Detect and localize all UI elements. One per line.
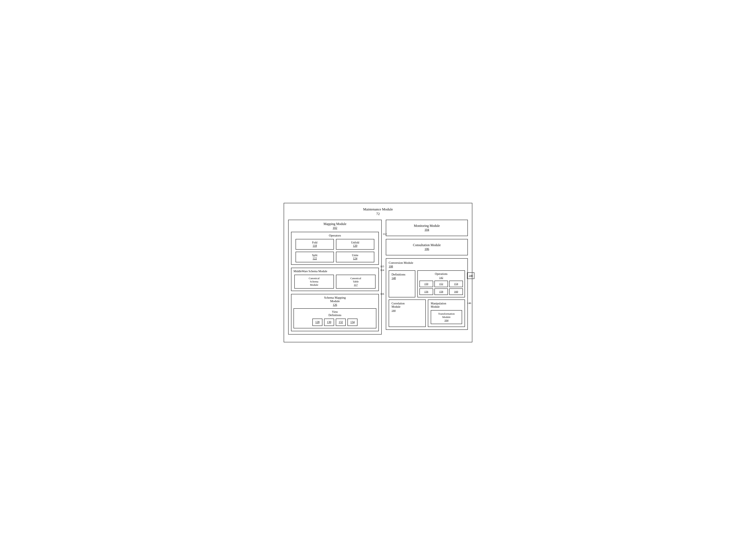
operators-label: Operators [293,234,376,237]
unfold-number: 120 [338,244,373,248]
conversion-inner: Definitions 140 Operations 142 150 [389,270,465,297]
callout-112: 112 [383,232,387,236]
mapping-module-label: Mapping Module [291,222,379,226]
schema-item-132: 132 [336,319,346,326]
ops-item-154: 154 [449,281,463,287]
schema-inner: ViewDefinitions 128 130 132 134 [293,308,376,328]
consultation-module-number: 106 [425,247,429,251]
transformation-module-box: TransformationModule 164 [431,310,462,324]
ops-item-150: 150 [419,281,433,287]
operations-number: 142 [419,276,463,279]
canonical-schema-label: CanonicalSchemaModule [296,277,332,287]
transformation-label: TransformationModule [433,312,460,319]
canonical-table-module: CanonicalTable 117 [336,275,376,289]
view-definitions-label: ViewDefinitions [296,310,374,317]
monitoring-module-box: Monitoring Module 104 [386,220,468,236]
operators-grid: Fold 118 Unfold 120 Split 122 Unite 124 [293,239,376,262]
conversion-bottom: CorrelationModule 144 146 ManipulationMo… [389,299,465,327]
split-operator: Split 122 [296,252,334,262]
operations-label: Operations [419,272,463,276]
page-title: Maintenance Module [288,207,468,211]
correlation-module-number: 144 [392,309,423,312]
correlation-module-label: CorrelationModule [392,302,423,308]
callout-115: 115 [380,265,384,268]
canonical-table-number: 117 [338,283,374,287]
manipulation-module-label: ManipulationModule [431,302,462,308]
unite-label: Unite [338,254,373,257]
fold-number: 118 [297,244,332,248]
conversion-module-number: 108 [389,265,465,268]
canonical-table-label: CanonicalTable [338,277,374,283]
ops-item-152: 152 [434,281,448,287]
unite-number: 124 [338,257,373,260]
monitoring-module-label: Monitoring Module [414,224,440,228]
fold-operator: Fold 118 [296,239,334,250]
definitions-label: Definitions [392,273,405,276]
callout-116: 116 [380,292,384,296]
schema-mapping-box: 116 Schema MappingModule 126 ViewDefinit… [291,294,379,331]
manipulation-callout: 146 [467,302,471,305]
consultation-module-box: Consultation Module 106 [386,239,468,255]
middleware-box: 115 114 MiddleWare Schema Module Canonic… [291,268,379,291]
middleware-label: MiddleWare Schema Module [293,270,376,273]
conversion-module-box: Conversion Module 108 Definitions 140 Op… [386,258,468,330]
split-label: Split [297,254,332,257]
schema-mapping-number: 126 [293,303,376,307]
definitions-box: Definitions 140 [389,270,415,297]
transformation-number: 164 [433,319,460,322]
unfold-operator: Unfold 120 [336,239,374,250]
conversion-module-label: Conversion Module [389,261,465,265]
split-number: 122 [297,257,332,260]
canonical-schema-module: CanonicalSchemaModule [294,275,334,289]
operators-box: Operators Fold 118 Unfold 120 Split 122 [291,232,379,265]
page-number: 72 [288,212,468,216]
ops-item-148: 148 [467,272,474,279]
schema-item-134: 134 [347,319,357,326]
main-page: Maintenance Module 72 Mapping Module 102… [284,203,472,342]
unfold-label: Unfold [338,241,373,244]
definitions-number: 140 [392,277,396,280]
operations-box: Operations 142 150 152 154 [417,270,465,297]
callout-114: 114 [380,269,384,272]
unite-operator: Unite 124 [336,252,374,262]
operations-grid: 150 152 154 156 [419,281,463,295]
operations-outer-wrapper: Operations 142 150 152 154 [417,270,465,297]
main-layout: Mapping Module 102 112 Operators Fold 11… [288,220,468,335]
ops-item-158: 158 [434,288,448,295]
schema-item-128: 128 [312,319,322,326]
consultation-module-label: Consultation Module [413,243,441,247]
monitoring-module-number: 104 [425,228,429,232]
manipulation-module-box: 146 ManipulationModule TransformationMod… [428,299,465,327]
correlation-module-box: CorrelationModule 144 [389,299,426,327]
mapping-module-number: 102 [291,226,379,230]
schema-mapping-label: Schema MappingModule [293,296,376,303]
schema-item-130: 130 [324,319,334,326]
right-column: Monitoring Module 104 Consultation Modul… [386,220,468,330]
middleware-inner: CanonicalSchemaModule CanonicalTable 117 [293,275,376,289]
schema-items: 128 130 132 134 [296,319,374,326]
ops-item-160: 160 [449,288,463,295]
fold-label: Fold [297,241,332,244]
mapping-module-box: Mapping Module 102 112 Operators Fold 11… [288,220,382,335]
ops-item-156: 156 [419,288,433,295]
